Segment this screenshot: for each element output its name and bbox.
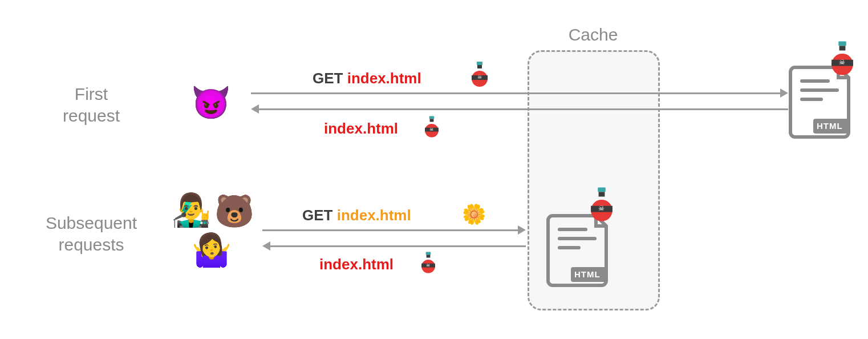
svg-text:☠: ☠ xyxy=(839,58,846,66)
subsequent-request-arrow xyxy=(262,229,519,231)
svg-rect-20 xyxy=(427,255,431,257)
shrug-emoji: 🤷‍♀️ xyxy=(192,234,232,266)
first-request-text: GET index.html xyxy=(313,70,421,87)
svg-text:☠: ☠ xyxy=(427,263,431,268)
poison-flask-icon-response1: ☠ xyxy=(424,116,440,137)
singer-emoji: 👨‍🎤 xyxy=(171,194,211,226)
subsequent-request-arrowhead xyxy=(518,225,526,235)
subsequent-response-arrow xyxy=(270,245,526,247)
svg-text:☠: ☠ xyxy=(599,204,605,212)
cache-label: Cache xyxy=(553,24,633,46)
poison-flask-icon: ☠ xyxy=(470,62,489,87)
subsequent-request-file: index.html xyxy=(337,207,411,224)
poison-flask-icon-response2: ☠ xyxy=(420,252,437,273)
flower-emoji: 🌼 xyxy=(462,204,486,224)
svg-rect-14 xyxy=(838,41,846,46)
svg-rect-19 xyxy=(426,252,431,255)
svg-rect-0 xyxy=(477,62,482,65)
svg-rect-15 xyxy=(839,46,846,50)
svg-rect-1 xyxy=(477,65,482,68)
svg-rect-6 xyxy=(430,119,434,122)
devil-emoji: 😈 xyxy=(191,87,231,119)
first-request-method: GET xyxy=(313,70,343,87)
subsequent-request-text: GET index.html xyxy=(302,207,411,224)
first-response-text: index.html xyxy=(324,120,398,138)
subsequent-line1: Subsequent xyxy=(46,213,137,232)
server-file-badge: HTML xyxy=(817,121,843,131)
first-request-line1: First xyxy=(75,84,108,103)
subsequent-requests-label: Subsequent requests xyxy=(23,212,160,255)
subsequent-response-file: index.html xyxy=(319,256,394,273)
diagram-stage: Cache First request Subsequent requests … xyxy=(0,0,868,339)
subsequent-response-arrowhead xyxy=(262,241,270,251)
svg-rect-29 xyxy=(599,192,605,196)
first-request-label: First request xyxy=(34,83,148,126)
first-request-file: index.html xyxy=(347,70,421,87)
subsequent-request-method: GET xyxy=(302,207,332,224)
poison-flask-icon-server: ☠ xyxy=(829,41,855,75)
first-response-arrow xyxy=(259,108,788,110)
first-request-line2: request xyxy=(63,106,120,125)
first-request-arrow xyxy=(251,92,781,94)
first-response-arrowhead xyxy=(251,104,259,114)
svg-rect-5 xyxy=(429,116,435,119)
svg-text:☠: ☠ xyxy=(477,74,482,80)
subsequent-line2: requests xyxy=(58,235,124,254)
bear-emoji: 🐻 xyxy=(214,195,254,227)
first-response-file: index.html xyxy=(324,120,398,137)
svg-rect-28 xyxy=(598,187,606,192)
svg-text:☠: ☠ xyxy=(430,127,434,132)
subsequent-response-text: index.html xyxy=(319,256,394,273)
poison-flask-icon-cache: ☠ xyxy=(589,187,615,221)
cached-file-badge: HTML xyxy=(574,269,601,279)
